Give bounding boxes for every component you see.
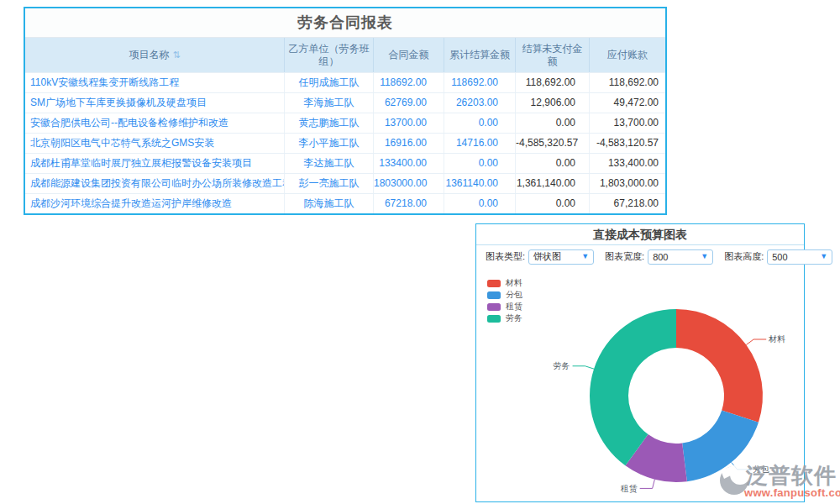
control-label-0: 图表类型: <box>486 250 525 263</box>
page: 劳务合同报表 项目名称⇅乙方单位（劳务班组）合同金额累计结算金额结算未支付金额应… <box>0 0 840 504</box>
cell-payable: 49,472.00 <box>590 93 665 113</box>
cell-project[interactable]: 成都沙河环境综合提升改造运河护岸维修改造 <box>25 194 285 213</box>
cell-settled: 14716.00 <box>444 134 516 153</box>
control-select-1[interactable]: 800▼ <box>648 249 713 265</box>
cell-project[interactable]: 成都能源建设集团投资有限公司临时办公场所装修改造工程EPC <box>25 174 285 193</box>
table-body: 110kV安徽线程集变开断线路工程任明成施工队118692.00118692.0… <box>25 72 665 213</box>
cell-settled: 1361140.00 <box>444 174 516 193</box>
legend-swatch <box>487 315 501 323</box>
table-row[interactable]: SM广场地下车库更换摄像机及硬盘项目李海施工队62769.0026203.001… <box>25 92 665 113</box>
cell-payable: 118,692.00 <box>590 73 665 92</box>
cell-contract_amount: 62769.00 <box>374 93 444 113</box>
cell-project[interactable]: 110kV安徽线程集变开断线路工程 <box>25 73 285 92</box>
report-title: 劳务合同报表 <box>25 8 665 38</box>
cell-settled: 0.00 <box>444 194 516 213</box>
cell-contract_amount: 16916.00 <box>374 134 444 153</box>
pie-label-line <box>746 339 766 344</box>
column-header-settled[interactable]: 累计结算金额 <box>444 38 516 72</box>
legend-item-2[interactable]: 租赁 <box>487 301 522 312</box>
cell-project[interactable]: 安徽合肥供电公司--配电设备检修维护和改造 <box>25 113 285 133</box>
cell-team: 黄志鹏施工队 <box>285 113 374 133</box>
table-row[interactable]: 110kV安徽线程集变开断线路工程任明成施工队118692.00118692.0… <box>25 72 665 92</box>
column-header-unpaid[interactable]: 结算未支付金额 <box>516 38 590 72</box>
control-select-0[interactable]: 饼状图▼ <box>528 249 594 265</box>
table-row[interactable]: 安徽合肥供电公司--配电设备检修维护和改造黄志鹏施工队13700.000.000… <box>25 113 665 133</box>
column-header-project[interactable]: 项目名称⇅ <box>25 38 285 72</box>
table-header-row: 项目名称⇅乙方单位（劳务班组）合同金额累计结算金额结算未支付金额应付账款 <box>25 38 665 72</box>
cell-team: 彭一亮施工队 <box>285 174 374 193</box>
table-row[interactable]: 北京朝阳区电气中芯特气系统之GMS安装李小平施工队16916.0014716.0… <box>25 133 665 153</box>
cell-contract_amount: 67218.00 <box>374 194 444 213</box>
cell-project[interactable]: SM广场地下车库更换摄像机及硬盘项目 <box>25 93 285 113</box>
cell-unpaid: 118,692.00 <box>516 73 590 92</box>
cell-payable: -4,583,120.57 <box>590 134 665 153</box>
column-header-team[interactable]: 乙方单位（劳务班组） <box>285 38 374 72</box>
control-select-2[interactable]: 500▼ <box>767 249 832 265</box>
cell-payable: 13,700.00 <box>590 113 665 133</box>
cell-project[interactable]: 成都杜甫草堂临时展厅独立展柜报警设备安装项目 <box>25 154 285 173</box>
cell-payable: 133,400.00 <box>590 154 665 173</box>
cell-unpaid: 0.00 <box>516 194 590 213</box>
cell-unpaid: 0.00 <box>516 154 590 173</box>
select-value: 饼状图 <box>533 250 561 263</box>
table-row[interactable]: 成都能源建设集团投资有限公司临时办公场所装修改造工程EPC彭一亮施工队18030… <box>25 173 665 193</box>
column-header-label: 应付账款 <box>607 49 648 61</box>
sort-icon[interactable]: ⇅ <box>172 49 180 61</box>
control-group-2: 图表高度:500▼ <box>724 249 832 265</box>
pie-label: 劳务 <box>554 361 570 370</box>
cell-settled: 26203.00 <box>444 93 516 113</box>
chevron-down-icon: ▼ <box>581 253 589 260</box>
select-value: 800 <box>653 252 668 262</box>
legend-item-1[interactable]: 分包 <box>487 289 522 301</box>
control-label-1: 图表宽度: <box>605 250 644 263</box>
table-row[interactable]: 成都沙河环境综合提升改造运河护岸维修改造陈海施工队67218.000.000.0… <box>25 193 665 213</box>
column-header-contract_amount[interactable]: 合同金额 <box>374 38 444 72</box>
cell-project[interactable]: 北京朝阳区电气中芯特气系统之GMS安装 <box>25 134 285 153</box>
legend-item-3[interactable]: 劳务 <box>487 312 522 324</box>
cell-unpaid: 1,361,140.00 <box>516 174 590 193</box>
pie-label-line <box>573 366 594 369</box>
labor-contract-report-panel: 劳务合同报表 项目名称⇅乙方单位（劳务班组）合同金额累计结算金额结算未支付金额应… <box>24 7 667 215</box>
cell-team: 陈海施工队 <box>285 194 374 213</box>
cell-contract_amount: 133400.00 <box>374 154 444 173</box>
pie-label-line <box>640 480 655 489</box>
cell-settled: 118692.00 <box>444 73 516 92</box>
column-header-payable[interactable]: 应付账款 <box>590 38 665 72</box>
cell-payable: 1,803,000.00 <box>590 174 665 193</box>
legend-swatch <box>487 303 501 311</box>
chevron-down-icon: ▼ <box>820 253 827 260</box>
pie-slice-材料[interactable] <box>676 309 763 423</box>
column-header-label: 累计结算金额 <box>449 49 510 61</box>
legend-swatch <box>487 280 501 287</box>
column-header-label: 乙方单位（劳务班组） <box>288 43 370 68</box>
cell-settled: 0.00 <box>444 113 516 133</box>
cell-unpaid: 12,906.00 <box>516 93 590 113</box>
vendor-watermark: 泛普软件 www.fanpusoft.com <box>717 459 840 503</box>
legend-label: 材料 <box>506 277 522 289</box>
cell-unpaid: -4,585,320.57 <box>516 134 590 153</box>
chart-legend: 材料分包租赁劳务 <box>487 277 522 324</box>
legend-label: 租赁 <box>506 301 522 312</box>
cell-team: 任明成施工队 <box>285 73 374 92</box>
cell-settled: 0.00 <box>444 154 516 173</box>
chart-title: 直接成本预算图表 <box>476 224 804 245</box>
legend-label: 分包 <box>506 289 522 301</box>
select-value: 500 <box>772 252 787 262</box>
chevron-down-icon: ▼ <box>701 253 708 260</box>
column-header-label: 合同金额 <box>389 49 429 61</box>
legend-swatch <box>487 291 501 299</box>
control-group-1: 图表宽度:800▼ <box>605 249 713 265</box>
cell-payable: 67,218.00 <box>590 194 665 213</box>
cell-team: 李达施工队 <box>285 154 374 173</box>
cell-team: 李海施工队 <box>285 93 374 113</box>
watermark-url-link[interactable]: www.fanpusoft.com <box>744 486 840 499</box>
cell-team: 李小平施工队 <box>285 134 374 153</box>
control-label-2: 图表高度: <box>724 250 764 263</box>
cell-contract_amount: 118692.00 <box>374 73 444 92</box>
cell-contract_amount: 13700.00 <box>374 113 444 133</box>
cell-unpaid: 0.00 <box>516 113 590 133</box>
legend-item-0[interactable]: 材料 <box>487 277 522 289</box>
table-row[interactable]: 成都杜甫草堂临时展厅独立展柜报警设备安装项目李达施工队133400.000.00… <box>25 153 665 173</box>
pie-label: 材料 <box>768 334 785 344</box>
pie-label: 租赁 <box>621 484 638 493</box>
